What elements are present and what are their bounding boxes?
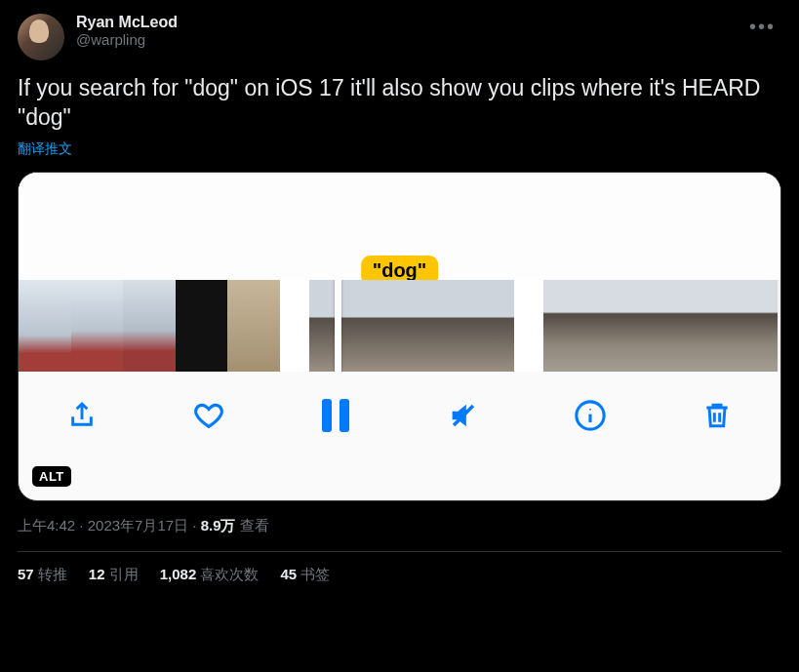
tweet-text: If you search for "dog" on iOS 17 it'll …: [18, 74, 781, 133]
display-name: Ryan McLeod: [76, 14, 732, 31]
clip-group[interactable]: [19, 280, 280, 372]
alt-badge[interactable]: ALT: [32, 466, 71, 487]
translate-link[interactable]: 翻译推文: [18, 140, 781, 158]
clip-frame: [227, 280, 280, 372]
clip-frame: [378, 280, 446, 372]
retweets-stat[interactable]: 57 转推: [18, 566, 67, 584]
avatar[interactable]: [18, 14, 64, 60]
tweet-container: Ryan McLeod @warpling ••• If you search …: [0, 0, 799, 594]
media-top: "dog": [19, 173, 780, 280]
clip-frame: [309, 280, 378, 372]
clip-frame: [731, 280, 778, 372]
clip-frame: [590, 280, 637, 372]
clip-frame: [684, 280, 731, 372]
heart-icon[interactable]: [189, 396, 228, 435]
quotes-stat[interactable]: 12 引用: [89, 566, 139, 584]
clip-frame: [176, 280, 228, 372]
pause-icon[interactable]: [316, 396, 355, 435]
video-timeline[interactable]: [19, 280, 780, 372]
info-icon[interactable]: [571, 396, 610, 435]
mute-icon[interactable]: [444, 396, 483, 435]
clip-frame: [543, 280, 590, 372]
clip-frame: [123, 280, 176, 372]
likes-stat[interactable]: 1,082 喜欢次数: [160, 566, 260, 584]
svg-point-1: [589, 409, 591, 411]
share-icon[interactable]: [62, 396, 101, 435]
tweet-header: Ryan McLeod @warpling •••: [18, 14, 781, 60]
author-names[interactable]: Ryan McLeod @warpling: [76, 14, 732, 48]
tweet-time[interactable]: 上午4:42: [18, 517, 75, 534]
trash-icon[interactable]: [698, 396, 737, 435]
clip-frame: [637, 280, 684, 372]
bookmarks-stat[interactable]: 45 书签: [280, 566, 330, 584]
media-card[interactable]: "dog": [18, 172, 781, 501]
clip-gap: [280, 280, 309, 372]
clip-frame: [71, 280, 124, 372]
more-menu-icon[interactable]: •••: [743, 14, 781, 40]
tweet-date[interactable]: 2023年7月17日: [88, 517, 188, 534]
tweet-stats: 57 转推 12 引用 1,082 喜欢次数 45 书签: [18, 552, 781, 584]
tweet-meta: 上午4:42 · 2023年7月17日 · 8.9万 查看: [18, 517, 781, 535]
clip-group[interactable]: [543, 280, 778, 372]
clip-gap: [514, 280, 543, 372]
views-label: 查看: [236, 517, 269, 534]
handle: @warpling: [76, 31, 732, 48]
clip-group[interactable]: [309, 280, 514, 372]
views-count: 8.9万: [201, 517, 236, 534]
clip-frame: [19, 280, 71, 372]
playhead[interactable]: [335, 280, 341, 372]
clip-frame: [446, 280, 514, 372]
media-toolbar: [19, 372, 780, 459]
